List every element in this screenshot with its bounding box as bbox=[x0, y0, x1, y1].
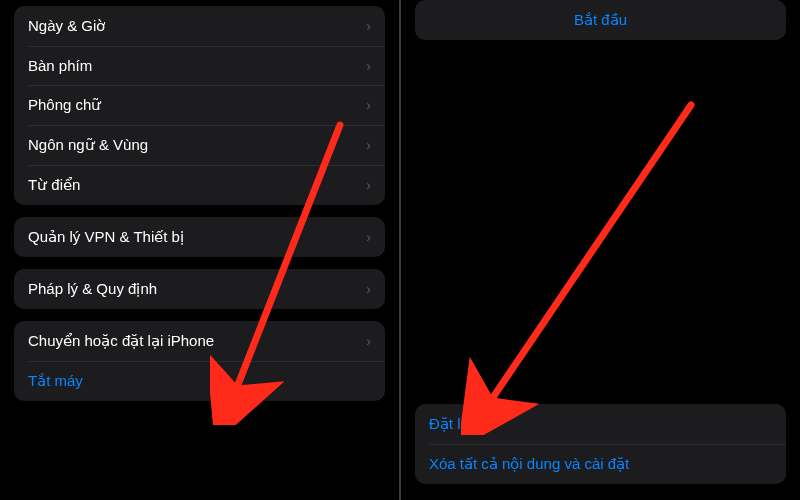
row-label: Phông chữ bbox=[28, 96, 358, 114]
settings-group-general: Ngày & Giờ › Bàn phím › Phông chữ › Ngôn… bbox=[14, 6, 385, 205]
reset-detail-panel: Bắt đầu Đặt lại Xóa tất cả nội dung và c… bbox=[401, 0, 800, 500]
start-button-label: Bắt đầu bbox=[574, 11, 627, 28]
chevron-right-icon: › bbox=[366, 137, 371, 153]
chevron-right-icon: › bbox=[366, 229, 371, 245]
row-keyboard[interactable]: Bàn phím › bbox=[14, 46, 385, 85]
row-label: Quản lý VPN & Thiết bị bbox=[28, 228, 358, 246]
row-label: Ngôn ngữ & Vùng bbox=[28, 136, 358, 154]
chevron-right-icon: › bbox=[366, 177, 371, 193]
row-date-time[interactable]: Ngày & Giờ › bbox=[14, 6, 385, 46]
settings-group-legal: Pháp lý & Quy định › bbox=[14, 269, 385, 309]
settings-group-vpn: Quản lý VPN & Thiết bị › bbox=[14, 217, 385, 257]
reset-link: Đặt lại bbox=[429, 415, 772, 433]
row-transfer-reset[interactable]: Chuyển hoặc đặt lại iPhone › bbox=[14, 321, 385, 361]
settings-group-reset: Chuyển hoặc đặt lại iPhone › Tắt máy bbox=[14, 321, 385, 401]
chevron-right-icon: › bbox=[366, 58, 371, 74]
shutdown-link: Tắt máy bbox=[28, 372, 371, 390]
row-shutdown[interactable]: Tắt máy bbox=[14, 361, 385, 401]
row-fonts[interactable]: Phông chữ › bbox=[14, 85, 385, 125]
row-label: Chuyển hoặc đặt lại iPhone bbox=[28, 332, 358, 350]
chevron-right-icon: › bbox=[366, 281, 371, 297]
row-vpn-device[interactable]: Quản lý VPN & Thiết bị › bbox=[14, 217, 385, 257]
chevron-right-icon: › bbox=[366, 18, 371, 34]
row-dictionary[interactable]: Từ điển › bbox=[14, 165, 385, 205]
start-button[interactable]: Bắt đầu bbox=[415, 0, 786, 40]
settings-list-panel: Ngày & Giờ › Bàn phím › Phông chữ › Ngôn… bbox=[0, 0, 401, 500]
row-language-region[interactable]: Ngôn ngữ & Vùng › bbox=[14, 125, 385, 165]
row-legal[interactable]: Pháp lý & Quy định › bbox=[14, 269, 385, 309]
row-reset[interactable]: Đặt lại bbox=[415, 404, 786, 444]
chevron-right-icon: › bbox=[366, 97, 371, 113]
row-label: Ngày & Giờ bbox=[28, 17, 358, 35]
erase-link: Xóa tất cả nội dung và cài đặt bbox=[429, 455, 772, 473]
row-erase-all[interactable]: Xóa tất cả nội dung và cài đặt bbox=[415, 444, 786, 484]
reset-options-group: Đặt lại Xóa tất cả nội dung và cài đặt bbox=[415, 404, 786, 484]
chevron-right-icon: › bbox=[366, 333, 371, 349]
row-label: Bàn phím bbox=[28, 57, 358, 74]
row-label: Từ điển bbox=[28, 176, 358, 194]
row-label: Pháp lý & Quy định bbox=[28, 280, 358, 298]
empty-space bbox=[405, 46, 796, 398]
